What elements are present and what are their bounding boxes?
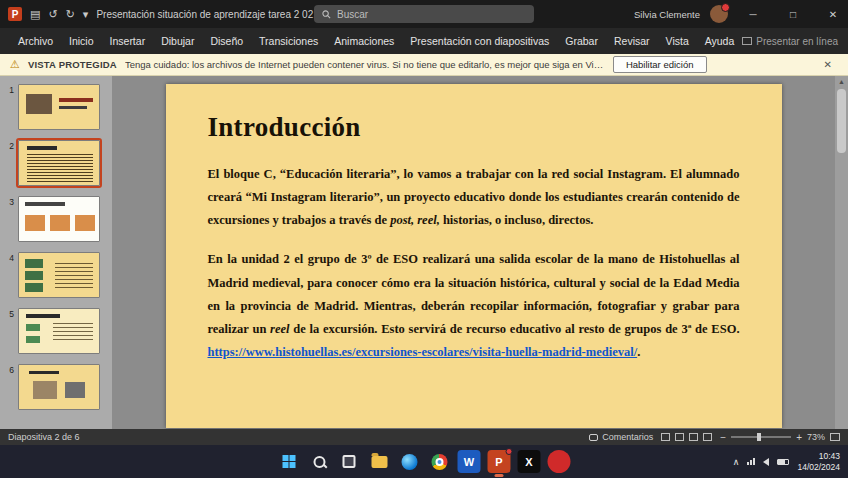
file-explorer-button[interactable] bbox=[368, 450, 391, 473]
tab-diseno[interactable]: Diseño bbox=[202, 31, 251, 51]
undo-icon[interactable]: ↺ bbox=[48, 8, 57, 21]
slideshow-view-icon[interactable] bbox=[703, 433, 712, 441]
paragraph-text-italic: post, reel, bbox=[390, 213, 440, 227]
histohuellas-link[interactable]: https://www.histohuellas.es/excursiones-… bbox=[208, 345, 638, 359]
powerpoint-window: P ▤ ↺ ↻ ▾ Presentación situación de apre… bbox=[0, 0, 848, 478]
status-bar: Diapositiva 2 de 6 Comentarios − + 73% bbox=[0, 429, 848, 445]
comments-button[interactable]: Comentarios bbox=[589, 432, 653, 442]
tab-vista[interactable]: Vista bbox=[658, 31, 697, 51]
zoom-in-icon[interactable]: + bbox=[796, 432, 802, 443]
battery-icon[interactable] bbox=[777, 459, 789, 465]
search-input[interactable] bbox=[337, 9, 526, 20]
wifi-icon[interactable] bbox=[747, 458, 755, 465]
present-online-button[interactable]: Presentar en línea bbox=[742, 36, 838, 47]
protected-view-message: Tenga cuidado: los archivos de Internet … bbox=[125, 59, 605, 70]
scroll-up-icon[interactable]: ▲ bbox=[838, 76, 845, 87]
tab-insertar[interactable]: Insertar bbox=[102, 31, 154, 51]
system-tray: ∧ 10:43 14/02/2024 bbox=[733, 451, 848, 472]
task-view-button[interactable] bbox=[338, 450, 361, 473]
zoom-slider[interactable] bbox=[731, 436, 791, 438]
fit-slide-to-window-icon[interactable] bbox=[830, 433, 840, 441]
slide-number: 1 bbox=[4, 84, 14, 95]
folder-icon bbox=[371, 456, 387, 468]
thumbnail-row-3: 3 bbox=[4, 196, 106, 242]
user-name: Silvia Clemente bbox=[634, 9, 700, 20]
tab-inicio[interactable]: Inicio bbox=[61, 31, 102, 51]
slide-thumbnail-1[interactable] bbox=[18, 84, 100, 130]
hidden-icons-chevron-icon[interactable]: ∧ bbox=[733, 457, 740, 467]
current-slide[interactable]: Introducción El bloque C, “Educación lit… bbox=[166, 84, 782, 428]
taskbar-center-icons: W P X bbox=[278, 450, 571, 473]
slide-thumbnail-2-selected[interactable] bbox=[18, 140, 100, 186]
vertical-scrollbar[interactable]: ▲ bbox=[835, 76, 848, 429]
slide-thumbnail-4[interactable] bbox=[18, 252, 100, 298]
tab-grabar[interactable]: Grabar bbox=[557, 31, 606, 51]
normal-view-icon[interactable] bbox=[661, 433, 670, 441]
tab-dibujar[interactable]: Dibujar bbox=[153, 31, 202, 51]
task-view-icon bbox=[343, 455, 356, 468]
slide-thumbnail-6[interactable] bbox=[18, 364, 100, 410]
paragraph-text: historias, o incluso, directos. bbox=[440, 213, 594, 227]
minimize-button[interactable]: ─ bbox=[738, 0, 768, 28]
zoom-slider-knob[interactable] bbox=[757, 433, 761, 441]
tab-transiciones[interactable]: Transiciones bbox=[251, 31, 326, 51]
comments-label: Comentarios bbox=[602, 432, 653, 442]
workspace: 1 2 3 4 5 6 bbox=[0, 76, 848, 429]
x-app-button[interactable]: X bbox=[518, 450, 541, 473]
customize-toolbar-chevron-icon[interactable]: ▾ bbox=[83, 8, 89, 21]
red-app-button[interactable] bbox=[548, 450, 571, 473]
reading-view-icon[interactable] bbox=[689, 433, 698, 441]
notification-badge bbox=[506, 448, 513, 455]
volume-icon[interactable] bbox=[763, 458, 769, 466]
ribbon-right-actions: Presentar en línea Compartir bbox=[742, 36, 848, 47]
protected-view-close-icon[interactable]: ✕ bbox=[818, 59, 838, 70]
maximize-button[interactable]: □ bbox=[778, 0, 808, 28]
titlebar-right: Silvia Clemente ─ □ ✕ bbox=[634, 0, 848, 28]
tab-archivo[interactable]: Archivo bbox=[10, 31, 61, 51]
taskbar-clock[interactable]: 10:43 14/02/2024 bbox=[797, 451, 840, 472]
present-online-label: Presentar en línea bbox=[756, 36, 838, 47]
windows-taskbar: W P X ∧ 10:43 14/02/2024 bbox=[0, 445, 848, 478]
slide-thumbnail-panel: 1 2 3 4 5 6 bbox=[0, 76, 112, 429]
chrome-icon bbox=[431, 454, 447, 470]
taskbar-search-button[interactable] bbox=[308, 450, 331, 473]
word-button[interactable]: W bbox=[458, 450, 481, 473]
tab-ayuda[interactable]: Ayuda bbox=[697, 31, 743, 51]
slide-title[interactable]: Introducción bbox=[208, 112, 740, 143]
edge-icon bbox=[401, 454, 417, 470]
statusbar-right: Comentarios − + 73% bbox=[589, 432, 840, 443]
powerpoint-icon: P bbox=[495, 456, 502, 468]
enable-editing-button[interactable]: Habilitar edición bbox=[613, 56, 707, 73]
clock-date: 14/02/2024 bbox=[797, 462, 840, 473]
zoom-out-icon[interactable]: − bbox=[720, 432, 726, 443]
protected-view-label: VISTA PROTEGIDA bbox=[28, 59, 117, 70]
slide-thumbnail-3[interactable] bbox=[18, 196, 100, 242]
save-icon[interactable]: ▤ bbox=[30, 8, 40, 21]
edge-button[interactable] bbox=[398, 450, 421, 473]
tab-presentacion[interactable]: Presentación con diapositivas bbox=[402, 31, 557, 51]
scrollbar-thumb[interactable] bbox=[837, 89, 846, 153]
tab-revisar[interactable]: Revisar bbox=[606, 31, 658, 51]
powerpoint-logo-icon[interactable]: P bbox=[8, 7, 22, 21]
paragraph-text: . bbox=[637, 345, 640, 359]
protected-view-bar: ⚠ VISTA PROTEGIDA Tenga cuidado: los arc… bbox=[0, 54, 848, 76]
user-avatar[interactable] bbox=[710, 5, 728, 23]
slide-thumbnail-5[interactable] bbox=[18, 308, 100, 354]
thumbnail-row-1: 1 bbox=[4, 84, 106, 130]
chrome-button[interactable] bbox=[428, 450, 451, 473]
close-button[interactable]: ✕ bbox=[818, 0, 848, 28]
slide-number: 4 bbox=[4, 252, 14, 263]
thumbnail-row-6: 6 bbox=[4, 364, 106, 410]
powerpoint-button[interactable]: P bbox=[488, 450, 511, 473]
slide-paragraph-2[interactable]: En la unidad 2 el grupo de 3º de ESO rea… bbox=[208, 248, 740, 364]
tab-animaciones[interactable]: Animaciones bbox=[326, 31, 402, 51]
slide-number: 3 bbox=[4, 196, 14, 207]
slide-sorter-view-icon[interactable] bbox=[675, 433, 684, 441]
search-box[interactable] bbox=[314, 5, 534, 23]
zoom-percentage[interactable]: 73% bbox=[807, 432, 825, 442]
start-button[interactable] bbox=[278, 450, 301, 473]
quick-access-toolbar: P ▤ ↺ ↻ ▾ bbox=[0, 7, 96, 21]
paragraph-text-italic: reel bbox=[270, 322, 289, 336]
slide-paragraph-1[interactable]: El bloque C, “Educación literaria”, lo v… bbox=[208, 163, 740, 232]
redo-icon[interactable]: ↻ bbox=[66, 8, 75, 21]
